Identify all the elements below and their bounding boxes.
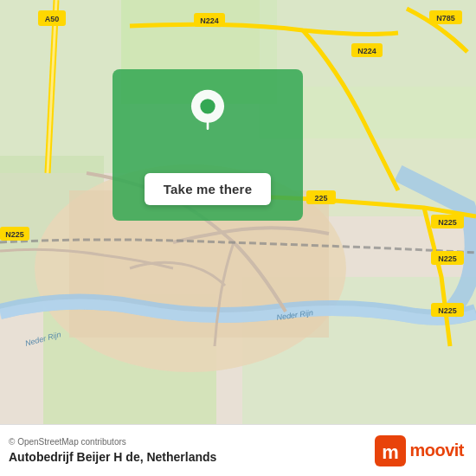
svg-text:A50: A50 xyxy=(45,15,60,23)
location-pin-icon xyxy=(185,88,230,133)
svg-text:225: 225 xyxy=(314,194,327,203)
location-panel: Take me there xyxy=(113,69,303,221)
take-me-there-button[interactable]: Take me there xyxy=(145,173,271,205)
bottom-left: © OpenStreetMap contributors Autobedrijf… xyxy=(9,437,216,464)
svg-text:N224: N224 xyxy=(357,47,376,55)
svg-text:N225: N225 xyxy=(438,218,457,227)
location-name: Autobedrijf Beijer H de, Netherlands xyxy=(9,450,216,464)
svg-text:N225: N225 xyxy=(438,306,457,315)
svg-text:N785: N785 xyxy=(436,14,455,23)
bottom-bar: © OpenStreetMap contributors Autobedrijf… xyxy=(0,424,476,476)
moovit-brand-text: moovit xyxy=(409,441,464,460)
osm-credit: © OpenStreetMap contributors xyxy=(9,437,216,447)
svg-text:m: m xyxy=(383,441,400,463)
svg-rect-1 xyxy=(0,0,130,173)
moovit-brand-icon: m xyxy=(375,435,406,466)
svg-text:N224: N224 xyxy=(200,16,219,25)
moovit-logo: m moovit xyxy=(375,435,464,466)
map-container: A50 N224 N224 N785 225 N225 N225 N225 Ne… xyxy=(0,0,476,424)
svg-text:N225: N225 xyxy=(438,254,457,263)
svg-point-33 xyxy=(200,99,215,113)
svg-text:N225: N225 xyxy=(5,230,24,239)
